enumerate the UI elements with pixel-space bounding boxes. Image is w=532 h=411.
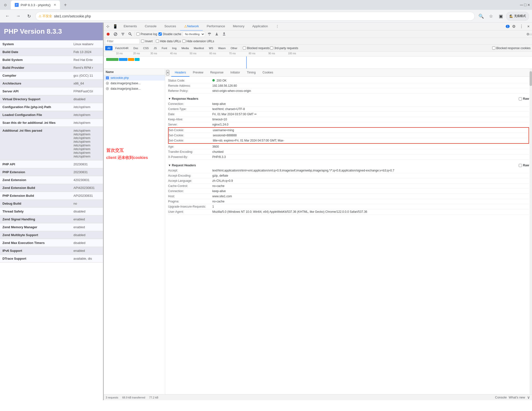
php-row-val: gcc (GCC) 11 — [71, 72, 103, 80]
request-data-img-1[interactable]: data:image/png;base... — [104, 81, 165, 86]
response-header-row: Keep-Alive:timeout=10 — [168, 117, 529, 122]
tab-performance[interactable]: Performance — [203, 22, 229, 31]
minimize-button[interactable]: ─ — [520, 2, 523, 8]
sidebar-toggle[interactable]: ▣ — [496, 12, 505, 21]
request-headers-section[interactable]: ▼ Request Headers Raw — [168, 162, 529, 168]
disable-cache-checkbox[interactable]: Disable cache — [158, 32, 181, 36]
export-button[interactable] — [221, 32, 227, 37]
timeline-bar-orange — [128, 58, 134, 61]
maximize-button[interactable]: □ — [524, 2, 527, 8]
filter-tab-media[interactable]: Media — [179, 46, 191, 50]
response-header-row: Transfer-Encoding:chunked — [168, 149, 529, 155]
tab-console[interactable]: Console — [141, 22, 160, 31]
network-filter-tabs: All Fetch/XHR Doc CSS JS Font Img Media … — [104, 45, 532, 52]
reload-button[interactable]: ↻ — [25, 12, 33, 21]
third-party-requests-checkbox[interactable]: 3rd-party requests — [270, 46, 298, 50]
incognito-mode-button[interactable]: 🕵 无痕模式 — [506, 12, 529, 21]
forward-button[interactable]: → — [14, 12, 23, 21]
tab-elements[interactable]: Elements — [120, 22, 141, 31]
filter-tab-fetchxhr[interactable]: Fetch/XHR — [113, 46, 131, 50]
record-button[interactable] — [105, 32, 111, 37]
filter-tab-font[interactable]: Font — [159, 46, 169, 50]
timeline-marker — [246, 57, 247, 69]
timeline-mark-40: 40 ms — [170, 52, 177, 55]
tab-sources[interactable]: Sources — [160, 22, 180, 31]
search-network-button[interactable] — [127, 32, 133, 37]
php-row-val: /etc/opt/rem — [71, 103, 103, 111]
tab-close-button[interactable]: × — [54, 3, 56, 7]
tab-memory[interactable]: Memory — [229, 22, 248, 31]
detail-close-button[interactable]: × — [166, 70, 169, 75]
devtools-more-button[interactable]: ⋮ — [518, 23, 525, 30]
filter-tab-js[interactable]: JS — [151, 46, 159, 50]
browser-tab[interactable]: P PHP 8.3.3 - phpinfo() × — [11, 0, 60, 9]
filter-toggle-button[interactable] — [120, 32, 126, 37]
incognito-label: 无痕模式 — [514, 14, 526, 18]
blocked-response-cookies-checkbox[interactable]: Blocked response cookies — [492, 46, 531, 50]
scrollbar-thumb[interactable] — [530, 71, 532, 86]
detail-tab-headers[interactable]: Headers — [171, 69, 189, 77]
devtools-cursor-button[interactable]: ⊹ — [105, 23, 111, 30]
detail-tab-timing[interactable]: Timing — [244, 69, 259, 77]
filter-tab-doc[interactable]: Doc — [131, 46, 141, 50]
throttling-select[interactable]: No throttling — [183, 31, 205, 37]
raw-response-checkbox[interactable] — [519, 97, 522, 100]
close-bottom-panel[interactable]: ∨ — [527, 395, 530, 400]
request-setcookie[interactable]: D setcookie.php — [104, 75, 165, 81]
back-button[interactable]: ← — [3, 12, 12, 21]
console-tab-bottom[interactable]: Console — [495, 395, 507, 400]
response-headers-section[interactable]: ▼ Response Headers Raw — [168, 96, 529, 101]
response-header-row: Content-Type:text/html; charset=UTF-8 — [168, 107, 529, 112]
import-button[interactable] — [214, 32, 220, 37]
filter-tab-all[interactable]: All — [105, 46, 113, 50]
filter-input[interactable] — [105, 39, 140, 44]
request-name-img-1: data:image/png;base... — [111, 82, 163, 85]
tab-more[interactable]: ⋮ — [272, 22, 283, 31]
filter-tab-other[interactable]: Other — [228, 46, 240, 50]
search-button[interactable]: 🔍 — [477, 12, 486, 21]
bookmark-button[interactable]: ☆ — [487, 12, 495, 21]
filter-tab-img[interactable]: Img — [170, 46, 179, 50]
timeline-mark-60: 60 ms — [209, 52, 216, 55]
php-row-val: enabled — [71, 247, 103, 255]
detail-scrollbar[interactable] — [530, 69, 532, 394]
filter-tab-wasm[interactable]: Wasm — [216, 46, 228, 50]
hide-data-urls-checkbox[interactable]: Hide data URLs — [156, 40, 181, 43]
devtools-settings-button[interactable]: ⚙ — [511, 23, 517, 30]
filter-tab-manifest[interactable]: Manifest — [191, 46, 206, 50]
detail-tab-response[interactable]: Response — [207, 69, 227, 77]
php-row-val: disabled — [71, 239, 103, 247]
svg-point-0 — [107, 33, 110, 36]
tab-application[interactable]: Application — [248, 22, 272, 31]
hide-extension-urls-checkbox[interactable]: Hide extension URLs — [182, 40, 214, 43]
address-bar[interactable]: ⚠ 不安全 site1.com/setcookie.php — [35, 12, 475, 21]
detail-tab-cookies[interactable]: Cookies — [259, 69, 276, 77]
filter-tab-ws[interactable]: WS — [207, 46, 216, 50]
request-data-img-2[interactable]: data:image/png;base... — [104, 86, 165, 91]
close-window-button[interactable]: × — [527, 2, 530, 8]
php-table-row: Zend Extension420230831 — [0, 176, 103, 184]
filter-tab-css[interactable]: CSS — [141, 46, 151, 50]
raw-request-checkbox[interactable] — [519, 164, 522, 167]
php-table-row: Compilergcc (GCC) 11 — [0, 72, 103, 80]
new-tab-button[interactable]: + — [62, 1, 69, 9]
php-row-val: Remi's RPM r — [71, 64, 103, 72]
whats-new-tab-bottom[interactable]: What's new — [509, 395, 525, 400]
request-header-row: Accept:text/html,application/xhtml+xml,a… — [168, 168, 529, 173]
devtools-mobile-button[interactable]: 📱 — [111, 23, 119, 30]
devtools-close-button[interactable]: × — [526, 23, 531, 30]
preserve-log-checkbox[interactable]: Preserve log — [136, 32, 157, 36]
detail-tab-preview[interactable]: Preview — [189, 69, 207, 77]
blocked-requests-checkbox[interactable]: Blocked requests — [243, 46, 270, 50]
php-row-key: Zend Memory Manager — [0, 223, 71, 231]
tab-network[interactable]: ⚠ Network — [180, 22, 203, 31]
svg-text:D: D — [107, 77, 108, 79]
request-detail-panel: × Headers Preview Response Initiator Tim… — [165, 69, 532, 394]
detail-tab-initiator[interactable]: Initiator — [227, 69, 243, 77]
timeline-mark-50: 50 ms — [190, 52, 196, 55]
clear-button[interactable] — [113, 32, 118, 37]
online-icon[interactable] — [206, 32, 212, 37]
name-column-header: Name — [104, 69, 165, 75]
invert-checkbox[interactable]: Invert — [141, 40, 153, 43]
php-row-key: Scan this dir for additional .ini files — [0, 119, 71, 127]
